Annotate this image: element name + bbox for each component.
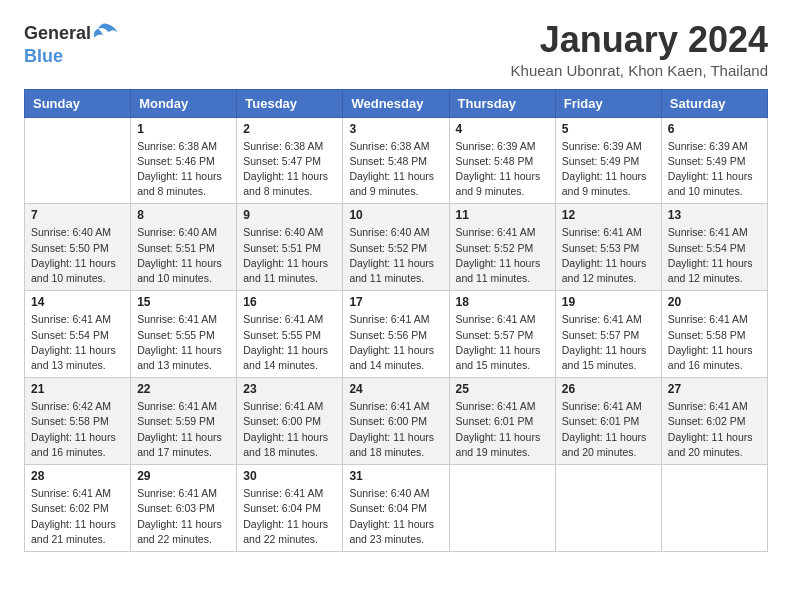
calendar-cell: 20Sunrise: 6:41 AMSunset: 5:58 PMDayligh… [661, 291, 767, 378]
logo-blue: Blue [24, 46, 63, 68]
week-row-2: 7Sunrise: 6:40 AMSunset: 5:50 PMDaylight… [25, 204, 768, 291]
column-header-saturday: Saturday [661, 89, 767, 117]
calendar-cell: 17Sunrise: 6:41 AMSunset: 5:56 PMDayligh… [343, 291, 449, 378]
calendar-table: SundayMondayTuesdayWednesdayThursdayFrid… [24, 89, 768, 552]
day-number: 20 [668, 295, 761, 309]
calendar-cell: 1Sunrise: 6:38 AMSunset: 5:46 PMDaylight… [131, 117, 237, 204]
calendar-cell: 10Sunrise: 6:40 AMSunset: 5:52 PMDayligh… [343, 204, 449, 291]
day-info: Sunrise: 6:41 AMSunset: 5:57 PMDaylight:… [562, 312, 655, 373]
calendar-cell: 12Sunrise: 6:41 AMSunset: 5:53 PMDayligh… [555, 204, 661, 291]
calendar-cell: 21Sunrise: 6:42 AMSunset: 5:58 PMDayligh… [25, 378, 131, 465]
calendar-cell: 22Sunrise: 6:41 AMSunset: 5:59 PMDayligh… [131, 378, 237, 465]
day-info: Sunrise: 6:41 AMSunset: 5:55 PMDaylight:… [243, 312, 336, 373]
title-block: January 2024 Khuean Ubonrat, Khon Kaen, … [511, 20, 768, 79]
logo-bird-icon [91, 20, 119, 48]
calendar-cell: 15Sunrise: 6:41 AMSunset: 5:55 PMDayligh… [131, 291, 237, 378]
day-info: Sunrise: 6:40 AMSunset: 5:51 PMDaylight:… [243, 225, 336, 286]
calendar-cell [449, 465, 555, 552]
day-number: 4 [456, 122, 549, 136]
header-row: SundayMondayTuesdayWednesdayThursdayFrid… [25, 89, 768, 117]
day-info: Sunrise: 6:38 AMSunset: 5:47 PMDaylight:… [243, 139, 336, 200]
calendar-cell: 4Sunrise: 6:39 AMSunset: 5:48 PMDaylight… [449, 117, 555, 204]
calendar-cell: 30Sunrise: 6:41 AMSunset: 6:04 PMDayligh… [237, 465, 343, 552]
logo: General Blue [24, 20, 119, 68]
day-number: 12 [562, 208, 655, 222]
day-info: Sunrise: 6:41 AMSunset: 6:04 PMDaylight:… [243, 486, 336, 547]
calendar-cell: 23Sunrise: 6:41 AMSunset: 6:00 PMDayligh… [237, 378, 343, 465]
day-number: 31 [349, 469, 442, 483]
day-info: Sunrise: 6:41 AMSunset: 5:53 PMDaylight:… [562, 225, 655, 286]
day-info: Sunrise: 6:41 AMSunset: 5:57 PMDaylight:… [456, 312, 549, 373]
week-row-1: 1Sunrise: 6:38 AMSunset: 5:46 PMDaylight… [25, 117, 768, 204]
column-header-monday: Monday [131, 89, 237, 117]
day-info: Sunrise: 6:41 AMSunset: 5:59 PMDaylight:… [137, 399, 230, 460]
calendar-cell: 19Sunrise: 6:41 AMSunset: 5:57 PMDayligh… [555, 291, 661, 378]
day-info: Sunrise: 6:42 AMSunset: 5:58 PMDaylight:… [31, 399, 124, 460]
day-number: 15 [137, 295, 230, 309]
calendar-cell: 2Sunrise: 6:38 AMSunset: 5:47 PMDaylight… [237, 117, 343, 204]
day-info: Sunrise: 6:40 AMSunset: 5:51 PMDaylight:… [137, 225, 230, 286]
calendar-cell: 3Sunrise: 6:38 AMSunset: 5:48 PMDaylight… [343, 117, 449, 204]
day-number: 10 [349, 208, 442, 222]
day-number: 6 [668, 122, 761, 136]
calendar-cell: 27Sunrise: 6:41 AMSunset: 6:02 PMDayligh… [661, 378, 767, 465]
day-number: 19 [562, 295, 655, 309]
day-number: 16 [243, 295, 336, 309]
column-header-thursday: Thursday [449, 89, 555, 117]
header: General Blue January 2024 Khuean Ubonrat… [24, 20, 768, 79]
day-number: 9 [243, 208, 336, 222]
calendar-cell: 16Sunrise: 6:41 AMSunset: 5:55 PMDayligh… [237, 291, 343, 378]
calendar-cell: 25Sunrise: 6:41 AMSunset: 6:01 PMDayligh… [449, 378, 555, 465]
day-number: 11 [456, 208, 549, 222]
day-number: 28 [31, 469, 124, 483]
day-number: 21 [31, 382, 124, 396]
calendar-cell: 13Sunrise: 6:41 AMSunset: 5:54 PMDayligh… [661, 204, 767, 291]
day-number: 5 [562, 122, 655, 136]
calendar-cell: 14Sunrise: 6:41 AMSunset: 5:54 PMDayligh… [25, 291, 131, 378]
day-info: Sunrise: 6:41 AMSunset: 5:54 PMDaylight:… [31, 312, 124, 373]
day-info: Sunrise: 6:41 AMSunset: 6:01 PMDaylight:… [562, 399, 655, 460]
calendar-cell: 26Sunrise: 6:41 AMSunset: 6:01 PMDayligh… [555, 378, 661, 465]
day-info: Sunrise: 6:41 AMSunset: 6:00 PMDaylight:… [243, 399, 336, 460]
day-info: Sunrise: 6:38 AMSunset: 5:48 PMDaylight:… [349, 139, 442, 200]
column-header-sunday: Sunday [25, 89, 131, 117]
day-number: 13 [668, 208, 761, 222]
day-number: 30 [243, 469, 336, 483]
day-info: Sunrise: 6:40 AMSunset: 5:52 PMDaylight:… [349, 225, 442, 286]
calendar-cell [555, 465, 661, 552]
calendar-cell: 8Sunrise: 6:40 AMSunset: 5:51 PMDaylight… [131, 204, 237, 291]
day-number: 27 [668, 382, 761, 396]
day-info: Sunrise: 6:41 AMSunset: 5:58 PMDaylight:… [668, 312, 761, 373]
day-info: Sunrise: 6:41 AMSunset: 6:01 PMDaylight:… [456, 399, 549, 460]
column-header-friday: Friday [555, 89, 661, 117]
column-header-wednesday: Wednesday [343, 89, 449, 117]
day-info: Sunrise: 6:40 AMSunset: 5:50 PMDaylight:… [31, 225, 124, 286]
calendar-cell: 7Sunrise: 6:40 AMSunset: 5:50 PMDaylight… [25, 204, 131, 291]
main-title: January 2024 [511, 20, 768, 60]
day-number: 18 [456, 295, 549, 309]
day-number: 2 [243, 122, 336, 136]
day-number: 14 [31, 295, 124, 309]
day-info: Sunrise: 6:39 AMSunset: 5:48 PMDaylight:… [456, 139, 549, 200]
week-row-3: 14Sunrise: 6:41 AMSunset: 5:54 PMDayligh… [25, 291, 768, 378]
day-number: 1 [137, 122, 230, 136]
calendar-cell: 11Sunrise: 6:41 AMSunset: 5:52 PMDayligh… [449, 204, 555, 291]
calendar-cell [25, 117, 131, 204]
day-info: Sunrise: 6:41 AMSunset: 6:02 PMDaylight:… [668, 399, 761, 460]
day-number: 25 [456, 382, 549, 396]
day-info: Sunrise: 6:41 AMSunset: 6:02 PMDaylight:… [31, 486, 124, 547]
calendar-cell: 18Sunrise: 6:41 AMSunset: 5:57 PMDayligh… [449, 291, 555, 378]
day-number: 29 [137, 469, 230, 483]
day-info: Sunrise: 6:40 AMSunset: 6:04 PMDaylight:… [349, 486, 442, 547]
week-row-5: 28Sunrise: 6:41 AMSunset: 6:02 PMDayligh… [25, 465, 768, 552]
day-info: Sunrise: 6:41 AMSunset: 5:56 PMDaylight:… [349, 312, 442, 373]
calendar-cell: 29Sunrise: 6:41 AMSunset: 6:03 PMDayligh… [131, 465, 237, 552]
calendar-cell: 28Sunrise: 6:41 AMSunset: 6:02 PMDayligh… [25, 465, 131, 552]
day-info: Sunrise: 6:41 AMSunset: 5:55 PMDaylight:… [137, 312, 230, 373]
calendar-cell: 6Sunrise: 6:39 AMSunset: 5:49 PMDaylight… [661, 117, 767, 204]
day-info: Sunrise: 6:41 AMSunset: 6:03 PMDaylight:… [137, 486, 230, 547]
column-header-tuesday: Tuesday [237, 89, 343, 117]
calendar-cell: 5Sunrise: 6:39 AMSunset: 5:49 PMDaylight… [555, 117, 661, 204]
day-number: 3 [349, 122, 442, 136]
subtitle: Khuean Ubonrat, Khon Kaen, Thailand [511, 62, 768, 79]
